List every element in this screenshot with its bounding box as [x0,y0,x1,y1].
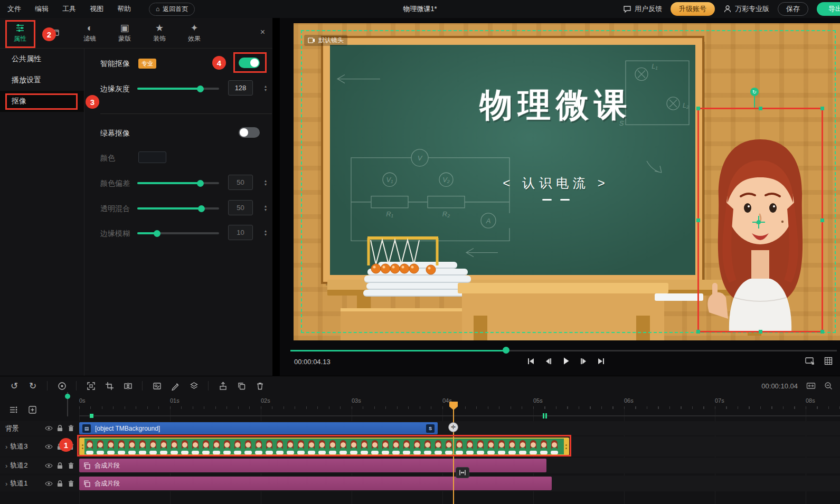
color-offset-spinner[interactable]: ▴▾ [262,175,269,190]
tab-decorate[interactable]: ★ 装饰 [146,23,173,43]
visibility-icon[interactable] [44,444,53,450]
tab-properties[interactable]: 属性 [6,23,34,43]
color-offset-slider[interactable] [137,182,219,184]
sidebar-item-playback-settings[interactable]: 播放设置 [0,70,84,91]
sidebar-item-keying[interactable]: 抠像 [0,91,84,112]
zoom-out-icon[interactable] [824,382,833,390]
slider-knob[interactable] [154,230,161,237]
expand-chevron-icon[interactable]: › [5,462,7,470]
fit-timeline-icon[interactable] [806,382,816,390]
smart-keying-toggle[interactable] [239,58,260,68]
visibility-icon[interactable] [44,425,53,431]
account-button[interactable]: 万彩专业版 [723,4,769,14]
expand-chevron-icon[interactable]: › [5,480,7,488]
marker-row[interactable] [79,413,840,419]
edge-gray-value[interactable]: 128 [228,80,253,96]
lock-icon[interactable] [55,425,64,432]
slider-knob[interactable] [197,180,204,187]
selection-center-handle[interactable] [752,216,765,229]
seek-bar[interactable] [290,350,837,351]
menu-edit[interactable]: 编辑 [35,4,49,14]
composite-clip[interactable]: 合成片段 [79,477,552,490]
composite-clip[interactable]: 合成片段 [79,459,546,472]
export-button[interactable]: 导出 [817,2,840,16]
spinner-down-icon[interactable]: ▾ [265,233,267,236]
add-track-icon[interactable] [26,404,38,415]
track-header-1[interactable]: › 轨道1 [0,476,79,491]
skip-start-icon[interactable] [527,357,535,365]
next-frame-icon[interactable] [580,357,588,365]
spinner-down-icon[interactable]: ▾ [265,208,267,212]
spinner-down-icon[interactable]: ▾ [265,183,267,186]
clip-trim-handle-left[interactable] [80,439,84,454]
fit-selection-button[interactable] [84,379,98,393]
tab-mask[interactable]: ▣ 蒙版 [111,23,138,43]
prev-frame-icon[interactable] [544,357,552,365]
color-offset-value[interactable]: 50 [228,175,253,190]
snapshot-icon[interactable] [805,357,815,365]
delete-track-icon[interactable] [67,480,75,487]
slider-knob[interactable] [197,85,204,92]
record-marker-button[interactable] [55,379,69,393]
timeline-zoom-slider[interactable] [67,392,68,416]
menu-view[interactable]: 视图 [90,4,103,14]
spinner-down-icon[interactable]: ▾ [265,88,267,92]
alpha-blend-value[interactable]: 50 [228,200,253,215]
edge-gray-spinner[interactable]: ▴▾ [262,80,269,96]
visibility-icon[interactable] [44,463,53,469]
lock-icon[interactable] [55,462,64,469]
upgrade-button[interactable]: 升级账号 [671,2,715,16]
edit-button[interactable] [168,379,182,393]
tab-filter[interactable]: ◐ 滤镜 [76,23,103,43]
preview-canvas[interactable]: VV₁V₂ R₁R₂A L₁L₂S 物理微课 < 认识电流 > [294,23,840,340]
feedback-button[interactable]: 用户反馈 [623,4,662,14]
color-swatch[interactable] [138,151,166,163]
lock-icon[interactable] [55,480,64,487]
menu-file[interactable]: 文件 [7,4,21,14]
edge-gray-slider[interactable] [137,88,219,90]
track-header-background[interactable]: 背景 [0,421,79,435]
rotate-handle[interactable]: ↻ [750,88,759,96]
delete-track-icon[interactable] [67,425,75,432]
tab-effect[interactable]: ✦ 效果 [181,23,208,43]
crop-button[interactable] [102,379,116,393]
edge-blur-spinner[interactable]: ▴▾ [262,225,269,240]
sidebar-item-common-props[interactable]: 公共属性 [0,49,84,70]
layers-button[interactable] [187,379,201,393]
play-icon[interactable] [562,357,570,365]
redo-button[interactable]: ↻ [26,379,40,393]
export-frame-button[interactable] [216,379,230,393]
visibility-icon[interactable] [44,481,53,487]
expand-chevron-icon[interactable]: › [5,443,7,451]
alpha-blend-slider[interactable] [137,207,219,210]
avatar-video-clip[interactable] [79,438,569,455]
undo-button[interactable]: ↺ [7,379,21,393]
clip-drag-anchor-icon[interactable]: ✛ [448,422,458,432]
menu-help[interactable]: 帮助 [117,4,131,14]
start-marker[interactable] [90,414,93,418]
slider-knob[interactable] [198,205,205,212]
delete-track-icon[interactable] [67,462,75,469]
zoom-slider-knob[interactable] [65,394,70,399]
grid-view-icon[interactable] [824,357,833,365]
green-screen-toggle[interactable] [239,127,260,138]
skip-end-icon[interactable] [597,357,605,365]
track-header-2[interactable]: › 轨道2 [0,458,79,473]
edge-blur-slider[interactable] [137,232,219,234]
split-button[interactable] [121,379,135,393]
timeline-ruler[interactable]: 0s01s02s03s04s05s06s07s08s [79,397,840,409]
copy-button[interactable] [234,379,248,393]
keying-tool-button[interactable] [150,379,164,393]
seek-knob[interactable] [503,347,509,354]
clip-trim-handle-right[interactable] [564,439,568,454]
pause-marker[interactable] [543,413,547,419]
menu-tools[interactable]: 工具 [62,4,76,14]
alpha-blend-spinner[interactable]: ▴▾ [262,200,269,215]
save-button[interactable]: 保存 [778,2,808,16]
delete-button[interactable] [253,379,267,393]
edge-blur-value[interactable]: 10 [228,225,253,240]
track-manager-icon[interactable] [7,404,19,415]
back-home-button[interactable]: ⌂ 返回首页 [149,3,195,16]
background-clip[interactable]: ▤ [object TMBackground] S [79,422,438,434]
close-panel-icon[interactable]: × [260,27,265,37]
